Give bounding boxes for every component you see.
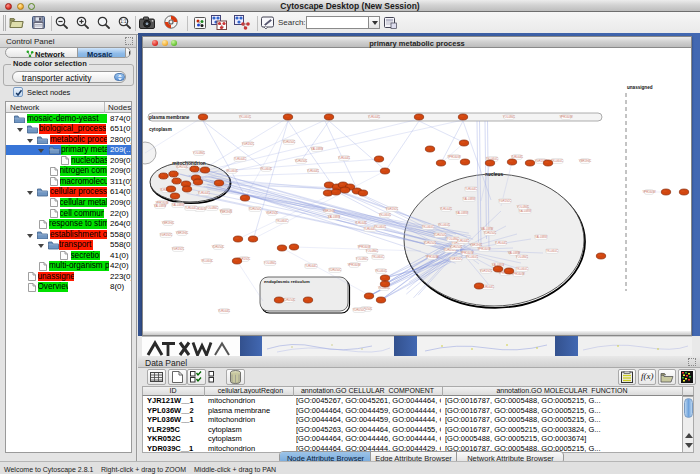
svg-text:YPR160W: YPR160W <box>559 115 572 119</box>
svg-text:YBR196C: YBR196C <box>220 210 232 214</box>
svg-text:YGR192C: YGR192C <box>386 207 399 211</box>
svg-text:YDR050C: YDR050C <box>450 245 463 249</box>
svg-text:YLR044C: YLR044C <box>338 156 350 160</box>
svg-text:YLR044C: YLR044C <box>234 157 246 161</box>
svg-text:YBR196C: YBR196C <box>579 159 591 163</box>
svg-text:YGR192C: YGR192C <box>450 257 463 261</box>
svg-text:YKL060C: YKL060C <box>276 219 288 223</box>
svg-text:YGR192C: YGR192C <box>172 247 185 251</box>
svg-text:YDR050C: YDR050C <box>283 298 296 302</box>
svg-text:YLR044C: YLR044C <box>355 221 367 225</box>
svg-text:YKL060C: YKL060C <box>260 167 272 171</box>
svg-text:YLR044C: YLR044C <box>368 115 380 119</box>
svg-text:YAL038W: YAL038W <box>311 147 324 151</box>
svg-text:YPR160W: YPR160W <box>347 263 360 267</box>
svg-text:YOL086C: YOL086C <box>517 205 529 209</box>
svg-text:YDR050C: YDR050C <box>249 207 262 211</box>
svg-text:YLR044C: YLR044C <box>307 169 319 173</box>
svg-text:YOL086C: YOL086C <box>193 151 205 155</box>
svg-text:YLR044C: YLR044C <box>440 207 452 211</box>
svg-text:YKL060C: YKL060C <box>372 255 384 259</box>
svg-text:YLR044C: YLR044C <box>457 239 469 243</box>
svg-text:YKL060C: YKL060C <box>546 249 558 253</box>
svg-text:YDR050C: YDR050C <box>295 159 308 163</box>
svg-text:cytoplasm: cytoplasm <box>149 127 172 132</box>
svg-text:YKL060C: YKL060C <box>374 225 386 229</box>
svg-text:YLR044C: YLR044C <box>185 206 197 210</box>
svg-text:YKL060C: YKL060C <box>375 269 387 273</box>
svg-text:YBR196C: YBR196C <box>176 231 188 235</box>
svg-text:endoplasmic reticulum: endoplasmic reticulum <box>264 279 310 284</box>
svg-text:plasma membrane: plasma membrane <box>149 115 190 120</box>
svg-text:YKL060C: YKL060C <box>201 259 213 263</box>
svg-text:YGR192C: YGR192C <box>242 142 255 146</box>
svg-text:YAL038W: YAL038W <box>535 235 548 239</box>
svg-text:YPR160W: YPR160W <box>477 247 490 251</box>
svg-text:YGR192C: YGR192C <box>160 233 173 237</box>
svg-text:YOL086C: YOL086C <box>366 249 378 253</box>
svg-text:YBR196C: YBR196C <box>162 221 174 225</box>
svg-text:YAL038W: YAL038W <box>519 209 532 213</box>
svg-text:YLR044C: YLR044C <box>305 264 317 268</box>
svg-text:YKL060C: YKL060C <box>466 255 478 259</box>
svg-text:YAL038W: YAL038W <box>154 204 167 208</box>
svg-text:1:1: 1:1 <box>120 19 127 24</box>
svg-text:YPR160W: YPR160W <box>642 190 655 194</box>
svg-text:YKL060C: YKL060C <box>422 225 434 229</box>
svg-text:YOL086C: YOL086C <box>206 206 218 210</box>
svg-text:YDR050C: YDR050C <box>212 245 225 249</box>
svg-text:YPR160W: YPR160W <box>425 255 438 259</box>
svg-text:YAL038W: YAL038W <box>328 215 341 219</box>
svg-text:YLR044C: YLR044C <box>495 241 507 245</box>
svg-text:unassigned: unassigned <box>627 85 653 90</box>
svg-text:YGR192C: YGR192C <box>480 269 493 273</box>
svg-text:YDR050C: YDR050C <box>434 233 447 237</box>
svg-text:YDR050C: YDR050C <box>424 241 437 245</box>
svg-text:YKL060C: YKL060C <box>239 115 251 119</box>
svg-text:YLR044C: YLR044C <box>218 309 230 313</box>
svg-text:YDR050C: YDR050C <box>353 308 366 312</box>
svg-text:YBR196C: YBR196C <box>323 209 335 213</box>
svg-text:YOL086C: YOL086C <box>516 255 528 259</box>
svg-text:YKL060C: YKL060C <box>379 213 391 217</box>
svg-text:YDR050C: YDR050C <box>329 268 342 272</box>
svg-text:YKL060C: YKL060C <box>516 267 528 271</box>
svg-text:YDR050C: YDR050C <box>283 140 296 144</box>
svg-text:YGR192C: YGR192C <box>499 199 512 203</box>
svg-text:YOL086C: YOL086C <box>503 115 515 119</box>
svg-text:YPR160W: YPR160W <box>447 155 460 159</box>
svg-text:YOL086C: YOL086C <box>356 257 368 261</box>
svg-text:YAL038W: YAL038W <box>456 211 469 215</box>
svg-text:YAL038W: YAL038W <box>463 197 476 201</box>
svg-text:YKL060C: YKL060C <box>438 223 450 227</box>
svg-text:YGR192C: YGR192C <box>266 211 279 215</box>
svg-text:YDR050C: YDR050C <box>484 231 497 235</box>
svg-text:YLR044C: YLR044C <box>465 187 477 191</box>
svg-text:YLR044C: YLR044C <box>198 191 210 195</box>
svg-text:YOL086C: YOL086C <box>264 261 276 265</box>
svg-text:YKL060C: YKL060C <box>226 169 238 173</box>
svg-text:YAL038W: YAL038W <box>172 203 185 207</box>
svg-text:YLR044C: YLR044C <box>511 155 523 159</box>
svg-text:mitochondrion: mitochondrion <box>172 161 206 166</box>
